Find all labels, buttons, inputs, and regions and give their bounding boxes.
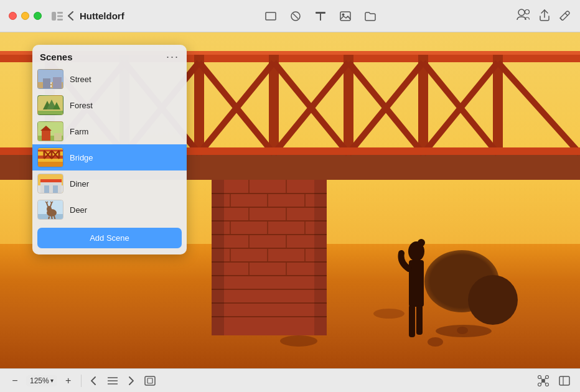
svg-rect-39 (212, 180, 327, 335)
svg-line-13 (565, 13, 568, 16)
nav-prev-button[interactable] (87, 373, 101, 388)
svg-line-117 (52, 217, 52, 220)
add-scene-button[interactable]: Add Scene (37, 228, 182, 248)
svg-rect-9 (340, 12, 350, 21)
scene-item-deer[interactable]: Deer (32, 197, 187, 223)
zoom-chevron-icon: ▾ (50, 377, 54, 384)
scene-item-diner[interactable]: Diner (32, 170, 187, 197)
scenes-list: Street Forest (32, 66, 187, 223)
shapes-tool-icon[interactable] (289, 9, 302, 23)
svg-point-126 (546, 375, 549, 378)
svg-rect-76 (43, 78, 50, 89)
scene-thumb-forest (37, 95, 63, 115)
svg-rect-77 (53, 77, 62, 89)
scene-item-farm[interactable]: Farm (32, 118, 187, 144)
svg-rect-133 (559, 376, 569, 385)
titlebar-right-icons (517, 9, 570, 24)
svg-point-12 (525, 9, 530, 14)
scene-thumb-bridge (37, 147, 63, 167)
edit-icon[interactable] (559, 9, 570, 23)
svg-rect-72 (409, 305, 415, 337)
svg-line-116 (49, 217, 49, 220)
scene-name-farm: Farm (70, 127, 88, 136)
svg-rect-67 (212, 180, 224, 335)
scene-name-deer: Deer (70, 205, 87, 215)
scene-item-bridge[interactable]: Bridge (32, 144, 187, 170)
scenes-menu-button[interactable]: ··· (166, 51, 179, 62)
bridge-pillar (212, 180, 327, 335)
ground-detail (280, 335, 317, 347)
bottom-toolbar-right (535, 373, 573, 389)
svg-line-130 (545, 378, 546, 380)
svg-point-128 (546, 383, 549, 386)
zoom-out-button[interactable]: − (7, 373, 22, 388)
back-button[interactable] (68, 11, 73, 21)
scene-name-forest: Forest (70, 101, 93, 110)
svg-rect-0 (52, 12, 56, 21)
zoom-display-button[interactable]: 125% ▾ (26, 375, 57, 386)
scene-thumb-street (37, 69, 63, 89)
svg-point-125 (538, 375, 541, 378)
scene-name-diner: Diner (70, 179, 89, 189)
folder-icon[interactable] (363, 9, 377, 23)
scenes-header: Scenes ··· (32, 45, 187, 66)
maximize-button[interactable] (34, 12, 42, 20)
svg-rect-3 (57, 19, 63, 21)
traffic-lights (9, 12, 42, 20)
scene-item-street[interactable]: Street (32, 66, 187, 92)
svg-line-6 (293, 14, 298, 19)
svg-line-132 (545, 382, 546, 384)
close-button[interactable] (9, 12, 17, 20)
scene-thumb-farm (37, 121, 63, 141)
svg-rect-105 (53, 185, 58, 194)
toolbar-icons (124, 9, 517, 23)
document-title: Hutteldorf (80, 11, 124, 21)
toolbar-separator (81, 375, 82, 387)
rectangle-tool-icon[interactable] (264, 9, 278, 23)
svg-line-129 (541, 378, 542, 380)
svg-point-127 (538, 383, 541, 386)
share-icon[interactable] (539, 9, 550, 24)
scenes-title: Scenes (40, 52, 73, 62)
scene-list-button[interactable] (105, 373, 120, 388)
svg-rect-4 (266, 12, 276, 20)
text-tool-icon[interactable] (314, 9, 327, 23)
svg-rect-103 (40, 179, 62, 182)
shrub-detail (468, 275, 518, 325)
scene-name-bridge: Bridge (70, 153, 93, 162)
node-editor-button[interactable] (535, 373, 551, 389)
panel-toggle-button[interactable] (556, 373, 573, 389)
fit-view-button[interactable] (143, 373, 157, 388)
svg-rect-122 (145, 376, 155, 385)
bottom-toolbar: − 125% ▾ + (0, 368, 580, 392)
titlebar: Hutteldorf (0, 0, 580, 32)
sidebar-toggle-button[interactable] (52, 12, 63, 21)
svg-line-14 (560, 18, 563, 21)
svg-line-36 (498, 62, 580, 154)
svg-point-11 (518, 9, 525, 16)
scene-item-forest[interactable]: Forest (32, 92, 187, 118)
scene-thumb-diner (37, 174, 63, 194)
svg-rect-68 (314, 180, 327, 335)
svg-point-10 (342, 13, 344, 16)
collaborators-icon[interactable] (517, 9, 530, 24)
nav-next-button[interactable] (124, 373, 139, 388)
scene-thumb-deer (37, 200, 63, 220)
svg-rect-73 (416, 305, 423, 335)
svg-rect-104 (44, 185, 49, 194)
minimize-button[interactable] (21, 12, 29, 20)
svg-rect-102 (40, 180, 62, 194)
svg-rect-86 (42, 131, 50, 141)
ground-stone (428, 337, 443, 347)
scenes-panel: Scenes ··· Street (32, 45, 187, 254)
svg-point-70 (418, 239, 425, 246)
svg-rect-88 (54, 133, 62, 141)
svg-rect-83 (38, 111, 63, 115)
svg-rect-2 (57, 15, 63, 17)
svg-rect-1 (57, 12, 63, 14)
svg-point-109 (47, 206, 52, 212)
zoom-in-button[interactable]: + (61, 373, 76, 388)
zoom-value: 125% (30, 376, 49, 385)
svg-rect-123 (147, 378, 152, 383)
image-tool-icon[interactable] (339, 9, 352, 23)
